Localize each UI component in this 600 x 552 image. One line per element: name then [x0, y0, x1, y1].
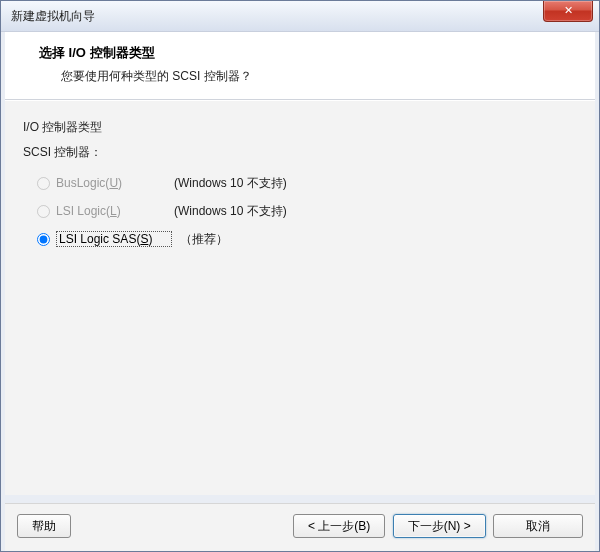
radio-option-buslogic: BusLogic(U) (Windows 10 不支持): [37, 169, 579, 197]
page-subtitle: 您要使用何种类型的 SCSI 控制器？: [61, 68, 577, 85]
window-title: 新建虚拟机向导: [11, 8, 95, 25]
wizard-content: I/O 控制器类型 SCSI 控制器： BusLogic(U) (Windows…: [5, 100, 595, 495]
group-label: SCSI 控制器：: [23, 144, 579, 161]
next-button[interactable]: 下一步(N) >: [393, 514, 486, 538]
radio-note: (Windows 10 不支持): [174, 175, 287, 192]
radio-label: LSI Logic SAS(S): [56, 231, 172, 247]
radio-input: [37, 177, 50, 190]
section-label: I/O 控制器类型: [23, 119, 579, 136]
titlebar: 新建虚拟机向导 ✕: [1, 1, 599, 32]
radio-note: （推荐）: [180, 231, 228, 248]
radio-option-lsilogic-sas[interactable]: LSI Logic SAS(S) （推荐）: [37, 225, 579, 253]
radio-note: (Windows 10 不支持): [174, 203, 287, 220]
scsi-controller-radio-group: BusLogic(U) (Windows 10 不支持) LSI Logic(L…: [37, 169, 579, 253]
radio-option-lsilogic: LSI Logic(L) (Windows 10 不支持): [37, 197, 579, 225]
wizard-window: 新建虚拟机向导 ✕ 选择 I/O 控制器类型 您要使用何种类型的 SCSI 控制…: [0, 0, 600, 552]
radio-label: BusLogic(U): [56, 176, 166, 190]
wizard-header: 选择 I/O 控制器类型 您要使用何种类型的 SCSI 控制器？: [5, 32, 595, 100]
radio-input[interactable]: [37, 233, 50, 246]
radio-label: LSI Logic(L): [56, 204, 166, 218]
close-icon: ✕: [564, 4, 573, 16]
help-button[interactable]: 帮助: [17, 514, 71, 538]
wizard-footer: 帮助 < 上一步(B) 下一步(N) > 取消: [5, 503, 595, 551]
radio-input: [37, 205, 50, 218]
back-button[interactable]: < 上一步(B): [293, 514, 385, 538]
close-button[interactable]: ✕: [543, 1, 593, 22]
cancel-button[interactable]: 取消: [493, 514, 583, 538]
page-title: 选择 I/O 控制器类型: [39, 44, 577, 62]
